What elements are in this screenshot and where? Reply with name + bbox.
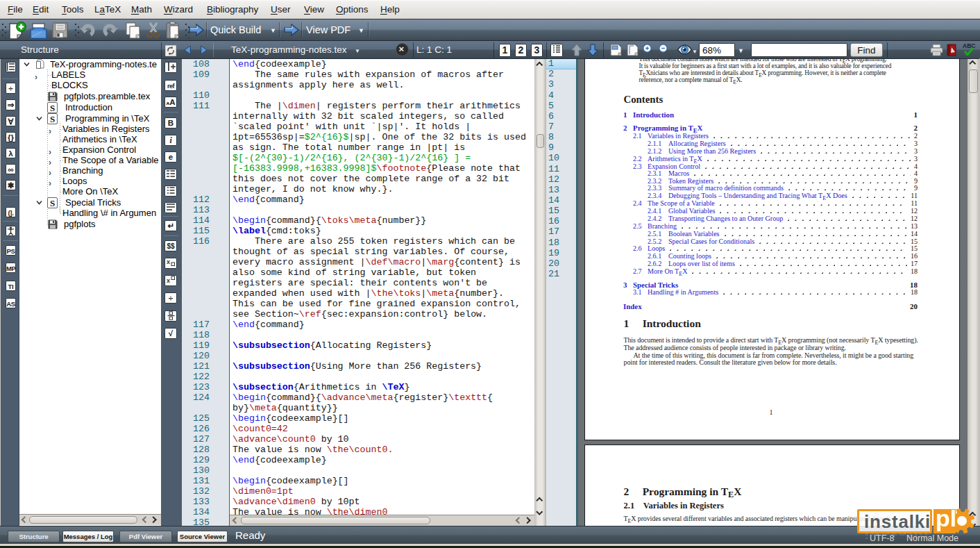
svg-text:x: x <box>167 258 170 265</box>
svg-text:x: x <box>167 277 170 284</box>
